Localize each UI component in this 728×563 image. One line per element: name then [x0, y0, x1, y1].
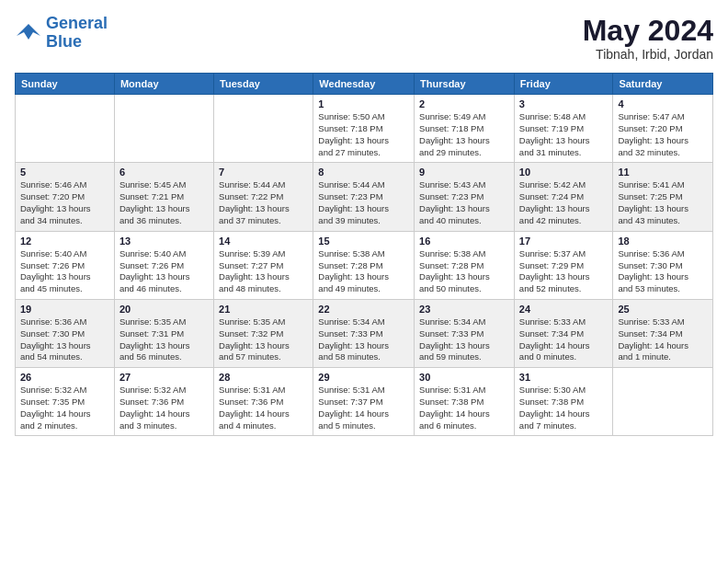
day-number: 18	[618, 236, 708, 247]
day-info: Sunrise: 5:32 AM Sunset: 7:36 PM Dayligh…	[119, 385, 209, 431]
day-number: 30	[419, 372, 509, 383]
calendar-cell: 28Sunrise: 5:31 AM Sunset: 7:36 PM Dayli…	[214, 368, 313, 436]
day-number: 22	[318, 304, 409, 315]
day-number: 28	[219, 372, 308, 383]
day-number: 23	[419, 304, 509, 315]
calendar-cell: 9Sunrise: 5:43 AM Sunset: 7:23 PM Daylig…	[415, 163, 515, 231]
day-info: Sunrise: 5:33 AM Sunset: 7:34 PM Dayligh…	[519, 316, 609, 363]
calendar-container: GeneralBlue May 2024 Tibnah, Irbid, Jord…	[0, 0, 728, 445]
day-info: Sunrise: 5:35 AM Sunset: 7:32 PM Dayligh…	[219, 316, 308, 363]
calendar-cell: 14Sunrise: 5:39 AM Sunset: 7:27 PM Dayli…	[214, 231, 313, 299]
header: GeneralBlue May 2024 Tibnah, Irbid, Jord…	[15, 15, 713, 62]
day-info: Sunrise: 5:39 AM Sunset: 7:27 PM Dayligh…	[219, 248, 308, 295]
logo-text: GeneralBlue	[46, 15, 108, 52]
calendar-cell: 18Sunrise: 5:36 AM Sunset: 7:30 PM Dayli…	[613, 231, 713, 299]
day-info: Sunrise: 5:40 AM Sunset: 7:26 PM Dayligh…	[119, 248, 209, 295]
day-info: Sunrise: 5:43 AM Sunset: 7:23 PM Dayligh…	[419, 179, 509, 226]
day-number: 15	[318, 236, 409, 247]
calendar-cell: 13Sunrise: 5:40 AM Sunset: 7:26 PM Dayli…	[114, 231, 213, 299]
col-monday: Monday	[114, 74, 213, 95]
calendar-cell	[16, 95, 115, 163]
calendar-week-row: 12Sunrise: 5:40 AM Sunset: 7:26 PM Dayli…	[16, 231, 713, 299]
calendar-cell: 30Sunrise: 5:31 AM Sunset: 7:38 PM Dayli…	[415, 368, 515, 436]
day-info: Sunrise: 5:50 AM Sunset: 7:18 PM Dayligh…	[318, 111, 409, 158]
calendar-cell: 11Sunrise: 5:41 AM Sunset: 7:25 PM Dayli…	[613, 163, 713, 231]
day-number: 19	[20, 304, 109, 315]
calendar-cell: 17Sunrise: 5:37 AM Sunset: 7:29 PM Dayli…	[514, 231, 613, 299]
calendar-cell: 16Sunrise: 5:38 AM Sunset: 7:28 PM Dayli…	[415, 231, 515, 299]
day-info: Sunrise: 5:35 AM Sunset: 7:31 PM Dayligh…	[119, 316, 209, 363]
calendar-cell	[613, 368, 713, 436]
calendar-cell: 24Sunrise: 5:33 AM Sunset: 7:34 PM Dayli…	[514, 299, 613, 367]
calendar-cell: 27Sunrise: 5:32 AM Sunset: 7:36 PM Dayli…	[114, 368, 213, 436]
logo-icon	[15, 19, 42, 47]
location: Tibnah, Irbid, Jordan	[583, 47, 713, 62]
day-number: 9	[419, 167, 509, 178]
calendar-cell: 8Sunrise: 5:44 AM Sunset: 7:23 PM Daylig…	[313, 163, 415, 231]
day-info: Sunrise: 5:36 AM Sunset: 7:30 PM Dayligh…	[20, 316, 109, 363]
col-thursday: Thursday	[415, 74, 515, 95]
day-number: 21	[219, 304, 308, 315]
calendar-table: Sunday Monday Tuesday Wednesday Thursday…	[15, 73, 713, 436]
day-info: Sunrise: 5:48 AM Sunset: 7:19 PM Dayligh…	[519, 111, 609, 158]
day-number: 4	[618, 98, 708, 109]
calendar-cell: 26Sunrise: 5:32 AM Sunset: 7:35 PM Dayli…	[16, 368, 115, 436]
calendar-cell	[214, 95, 313, 163]
day-info: Sunrise: 5:40 AM Sunset: 7:26 PM Dayligh…	[20, 248, 109, 295]
calendar-cell: 20Sunrise: 5:35 AM Sunset: 7:31 PM Dayli…	[114, 299, 213, 367]
calendar-cell: 1Sunrise: 5:50 AM Sunset: 7:18 PM Daylig…	[313, 95, 415, 163]
day-number: 2	[419, 98, 509, 109]
calendar-cell: 6Sunrise: 5:45 AM Sunset: 7:21 PM Daylig…	[114, 163, 213, 231]
col-wednesday: Wednesday	[313, 74, 415, 95]
day-info: Sunrise: 5:49 AM Sunset: 7:18 PM Dayligh…	[419, 111, 509, 158]
day-number: 11	[618, 167, 708, 178]
day-info: Sunrise: 5:37 AM Sunset: 7:29 PM Dayligh…	[519, 248, 609, 295]
day-info: Sunrise: 5:31 AM Sunset: 7:37 PM Dayligh…	[318, 385, 409, 431]
day-number: 1	[318, 98, 409, 109]
day-number: 14	[219, 236, 308, 247]
day-number: 24	[519, 304, 609, 315]
month-title: May 2024	[583, 15, 713, 47]
calendar-cell: 22Sunrise: 5:34 AM Sunset: 7:33 PM Dayli…	[313, 299, 415, 367]
col-saturday: Saturday	[613, 74, 713, 95]
calendar-cell: 5Sunrise: 5:46 AM Sunset: 7:20 PM Daylig…	[16, 163, 115, 231]
title-block: May 2024 Tibnah, Irbid, Jordan	[583, 15, 713, 62]
calendar-cell: 12Sunrise: 5:40 AM Sunset: 7:26 PM Dayli…	[16, 231, 115, 299]
day-number: 20	[119, 304, 209, 315]
day-info: Sunrise: 5:38 AM Sunset: 7:28 PM Dayligh…	[318, 248, 409, 295]
day-number: 5	[20, 167, 109, 178]
day-info: Sunrise: 5:36 AM Sunset: 7:30 PM Dayligh…	[618, 248, 708, 295]
calendar-cell: 15Sunrise: 5:38 AM Sunset: 7:28 PM Dayli…	[313, 231, 415, 299]
day-info: Sunrise: 5:32 AM Sunset: 7:35 PM Dayligh…	[20, 385, 109, 431]
day-number: 3	[519, 98, 609, 109]
day-info: Sunrise: 5:45 AM Sunset: 7:21 PM Dayligh…	[119, 179, 209, 226]
day-info: Sunrise: 5:31 AM Sunset: 7:38 PM Dayligh…	[419, 385, 509, 431]
col-tuesday: Tuesday	[214, 74, 313, 95]
day-info: Sunrise: 5:38 AM Sunset: 7:28 PM Dayligh…	[419, 248, 509, 295]
svg-marker-0	[17, 24, 40, 40]
day-number: 17	[519, 236, 609, 247]
day-number: 10	[519, 167, 609, 178]
calendar-header-row: Sunday Monday Tuesday Wednesday Thursday…	[16, 74, 713, 95]
calendar-cell: 31Sunrise: 5:30 AM Sunset: 7:38 PM Dayli…	[514, 368, 613, 436]
calendar-cell: 4Sunrise: 5:47 AM Sunset: 7:20 PM Daylig…	[613, 95, 713, 163]
day-info: Sunrise: 5:44 AM Sunset: 7:22 PM Dayligh…	[219, 179, 308, 226]
calendar-cell: 29Sunrise: 5:31 AM Sunset: 7:37 PM Dayli…	[313, 368, 415, 436]
day-number: 25	[618, 304, 708, 315]
calendar-week-row: 5Sunrise: 5:46 AM Sunset: 7:20 PM Daylig…	[16, 163, 713, 231]
day-info: Sunrise: 5:34 AM Sunset: 7:33 PM Dayligh…	[419, 316, 509, 363]
day-number: 12	[20, 236, 109, 247]
day-number: 27	[119, 372, 209, 383]
day-info: Sunrise: 5:30 AM Sunset: 7:38 PM Dayligh…	[519, 385, 609, 431]
day-info: Sunrise: 5:34 AM Sunset: 7:33 PM Dayligh…	[318, 316, 409, 363]
calendar-cell: 2Sunrise: 5:49 AM Sunset: 7:18 PM Daylig…	[415, 95, 515, 163]
day-info: Sunrise: 5:42 AM Sunset: 7:24 PM Dayligh…	[519, 179, 609, 226]
day-number: 13	[119, 236, 209, 247]
day-info: Sunrise: 5:31 AM Sunset: 7:36 PM Dayligh…	[219, 385, 308, 431]
day-info: Sunrise: 5:33 AM Sunset: 7:34 PM Dayligh…	[618, 316, 708, 363]
day-info: Sunrise: 5:46 AM Sunset: 7:20 PM Dayligh…	[20, 179, 109, 226]
calendar-cell: 21Sunrise: 5:35 AM Sunset: 7:32 PM Dayli…	[214, 299, 313, 367]
col-sunday: Sunday	[16, 74, 115, 95]
logo: GeneralBlue	[15, 15, 108, 52]
calendar-cell: 7Sunrise: 5:44 AM Sunset: 7:22 PM Daylig…	[214, 163, 313, 231]
